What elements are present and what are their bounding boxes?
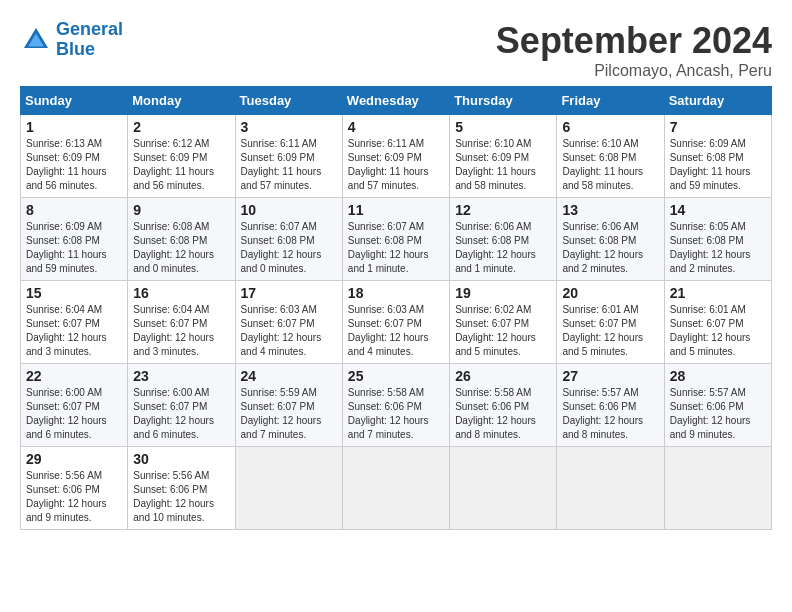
day-info: Sunrise: 6:03 AM Sunset: 6:07 PM Dayligh… bbox=[348, 303, 444, 359]
day-info: Sunrise: 6:07 AM Sunset: 6:08 PM Dayligh… bbox=[348, 220, 444, 276]
calendar-cell: 8 Sunrise: 6:09 AM Sunset: 6:08 PM Dayli… bbox=[21, 198, 128, 281]
calendar-cell: 30 Sunrise: 5:56 AM Sunset: 6:06 PM Dayl… bbox=[128, 447, 235, 530]
day-info: Sunrise: 6:02 AM Sunset: 6:07 PM Dayligh… bbox=[455, 303, 551, 359]
col-thursday: Thursday bbox=[450, 87, 557, 115]
day-info: Sunrise: 6:10 AM Sunset: 6:08 PM Dayligh… bbox=[562, 137, 658, 193]
calendar-cell: 11 Sunrise: 6:07 AM Sunset: 6:08 PM Dayl… bbox=[342, 198, 449, 281]
col-friday: Friday bbox=[557, 87, 664, 115]
calendar-cell: 23 Sunrise: 6:00 AM Sunset: 6:07 PM Dayl… bbox=[128, 364, 235, 447]
calendar-cell: 7 Sunrise: 6:09 AM Sunset: 6:08 PM Dayli… bbox=[664, 115, 771, 198]
calendar-cell bbox=[235, 447, 342, 530]
calendar-cell bbox=[557, 447, 664, 530]
day-number: 20 bbox=[562, 285, 658, 301]
day-info: Sunrise: 6:13 AM Sunset: 6:09 PM Dayligh… bbox=[26, 137, 122, 193]
day-number: 2 bbox=[133, 119, 229, 135]
calendar-cell: 10 Sunrise: 6:07 AM Sunset: 6:08 PM Dayl… bbox=[235, 198, 342, 281]
day-number: 10 bbox=[241, 202, 337, 218]
day-number: 28 bbox=[670, 368, 766, 384]
col-wednesday: Wednesday bbox=[342, 87, 449, 115]
location-subtitle: Pilcomayo, Ancash, Peru bbox=[496, 62, 772, 80]
day-number: 19 bbox=[455, 285, 551, 301]
calendar-body: 1 Sunrise: 6:13 AM Sunset: 6:09 PM Dayli… bbox=[21, 115, 772, 530]
day-info: Sunrise: 6:04 AM Sunset: 6:07 PM Dayligh… bbox=[26, 303, 122, 359]
day-number: 29 bbox=[26, 451, 122, 467]
calendar-cell: 4 Sunrise: 6:11 AM Sunset: 6:09 PM Dayli… bbox=[342, 115, 449, 198]
day-number: 23 bbox=[133, 368, 229, 384]
calendar-week-row: 29 Sunrise: 5:56 AM Sunset: 6:06 PM Dayl… bbox=[21, 447, 772, 530]
logo: General Blue bbox=[20, 20, 123, 60]
day-info: Sunrise: 5:58 AM Sunset: 6:06 PM Dayligh… bbox=[455, 386, 551, 442]
day-info: Sunrise: 6:06 AM Sunset: 6:08 PM Dayligh… bbox=[455, 220, 551, 276]
day-info: Sunrise: 6:12 AM Sunset: 6:09 PM Dayligh… bbox=[133, 137, 229, 193]
day-info: Sunrise: 6:09 AM Sunset: 6:08 PM Dayligh… bbox=[670, 137, 766, 193]
calendar-cell: 3 Sunrise: 6:11 AM Sunset: 6:09 PM Dayli… bbox=[235, 115, 342, 198]
calendar-cell: 6 Sunrise: 6:10 AM Sunset: 6:08 PM Dayli… bbox=[557, 115, 664, 198]
day-info: Sunrise: 5:56 AM Sunset: 6:06 PM Dayligh… bbox=[133, 469, 229, 525]
calendar-cell: 2 Sunrise: 6:12 AM Sunset: 6:09 PM Dayli… bbox=[128, 115, 235, 198]
day-number: 22 bbox=[26, 368, 122, 384]
day-info: Sunrise: 6:01 AM Sunset: 6:07 PM Dayligh… bbox=[670, 303, 766, 359]
day-number: 5 bbox=[455, 119, 551, 135]
logo-icon bbox=[20, 24, 52, 56]
calendar-cell: 18 Sunrise: 6:03 AM Sunset: 6:07 PM Dayl… bbox=[342, 281, 449, 364]
calendar-week-row: 15 Sunrise: 6:04 AM Sunset: 6:07 PM Dayl… bbox=[21, 281, 772, 364]
day-info: Sunrise: 5:59 AM Sunset: 6:07 PM Dayligh… bbox=[241, 386, 337, 442]
calendar-week-row: 22 Sunrise: 6:00 AM Sunset: 6:07 PM Dayl… bbox=[21, 364, 772, 447]
day-info: Sunrise: 6:05 AM Sunset: 6:08 PM Dayligh… bbox=[670, 220, 766, 276]
day-info: Sunrise: 6:00 AM Sunset: 6:07 PM Dayligh… bbox=[133, 386, 229, 442]
day-number: 27 bbox=[562, 368, 658, 384]
calendar-header: Sunday Monday Tuesday Wednesday Thursday… bbox=[21, 87, 772, 115]
calendar-cell: 9 Sunrise: 6:08 AM Sunset: 6:08 PM Dayli… bbox=[128, 198, 235, 281]
calendar-cell: 27 Sunrise: 5:57 AM Sunset: 6:06 PM Dayl… bbox=[557, 364, 664, 447]
col-tuesday: Tuesday bbox=[235, 87, 342, 115]
day-info: Sunrise: 5:57 AM Sunset: 6:06 PM Dayligh… bbox=[670, 386, 766, 442]
day-info: Sunrise: 5:56 AM Sunset: 6:06 PM Dayligh… bbox=[26, 469, 122, 525]
day-number: 21 bbox=[670, 285, 766, 301]
day-number: 6 bbox=[562, 119, 658, 135]
calendar-cell: 5 Sunrise: 6:10 AM Sunset: 6:09 PM Dayli… bbox=[450, 115, 557, 198]
day-number: 7 bbox=[670, 119, 766, 135]
day-number: 24 bbox=[241, 368, 337, 384]
day-number: 11 bbox=[348, 202, 444, 218]
calendar-cell: 15 Sunrise: 6:04 AM Sunset: 6:07 PM Dayl… bbox=[21, 281, 128, 364]
title-area: September 2024 Pilcomayo, Ancash, Peru bbox=[496, 20, 772, 80]
calendar-week-row: 8 Sunrise: 6:09 AM Sunset: 6:08 PM Dayli… bbox=[21, 198, 772, 281]
calendar-cell: 29 Sunrise: 5:56 AM Sunset: 6:06 PM Dayl… bbox=[21, 447, 128, 530]
month-title: September 2024 bbox=[496, 20, 772, 62]
calendar-cell: 14 Sunrise: 6:05 AM Sunset: 6:08 PM Dayl… bbox=[664, 198, 771, 281]
calendar-cell: 24 Sunrise: 5:59 AM Sunset: 6:07 PM Dayl… bbox=[235, 364, 342, 447]
day-info: Sunrise: 6:11 AM Sunset: 6:09 PM Dayligh… bbox=[348, 137, 444, 193]
col-sunday: Sunday bbox=[21, 87, 128, 115]
calendar-cell: 20 Sunrise: 6:01 AM Sunset: 6:07 PM Dayl… bbox=[557, 281, 664, 364]
calendar-cell: 28 Sunrise: 5:57 AM Sunset: 6:06 PM Dayl… bbox=[664, 364, 771, 447]
day-number: 25 bbox=[348, 368, 444, 384]
calendar-cell: 22 Sunrise: 6:00 AM Sunset: 6:07 PM Dayl… bbox=[21, 364, 128, 447]
calendar-cell: 26 Sunrise: 5:58 AM Sunset: 6:06 PM Dayl… bbox=[450, 364, 557, 447]
day-number: 13 bbox=[562, 202, 658, 218]
col-monday: Monday bbox=[128, 87, 235, 115]
calendar-week-row: 1 Sunrise: 6:13 AM Sunset: 6:09 PM Dayli… bbox=[21, 115, 772, 198]
calendar-cell: 21 Sunrise: 6:01 AM Sunset: 6:07 PM Dayl… bbox=[664, 281, 771, 364]
logo-text: General Blue bbox=[56, 20, 123, 60]
day-number: 12 bbox=[455, 202, 551, 218]
calendar-cell: 13 Sunrise: 6:06 AM Sunset: 6:08 PM Dayl… bbox=[557, 198, 664, 281]
day-info: Sunrise: 6:00 AM Sunset: 6:07 PM Dayligh… bbox=[26, 386, 122, 442]
calendar-cell: 1 Sunrise: 6:13 AM Sunset: 6:09 PM Dayli… bbox=[21, 115, 128, 198]
day-number: 14 bbox=[670, 202, 766, 218]
calendar-cell bbox=[342, 447, 449, 530]
day-info: Sunrise: 5:58 AM Sunset: 6:06 PM Dayligh… bbox=[348, 386, 444, 442]
day-info: Sunrise: 6:06 AM Sunset: 6:08 PM Dayligh… bbox=[562, 220, 658, 276]
day-number: 30 bbox=[133, 451, 229, 467]
day-number: 1 bbox=[26, 119, 122, 135]
day-number: 4 bbox=[348, 119, 444, 135]
calendar-cell bbox=[450, 447, 557, 530]
calendar-cell: 12 Sunrise: 6:06 AM Sunset: 6:08 PM Dayl… bbox=[450, 198, 557, 281]
day-info: Sunrise: 6:10 AM Sunset: 6:09 PM Dayligh… bbox=[455, 137, 551, 193]
day-info: Sunrise: 6:09 AM Sunset: 6:08 PM Dayligh… bbox=[26, 220, 122, 276]
col-saturday: Saturday bbox=[664, 87, 771, 115]
day-number: 26 bbox=[455, 368, 551, 384]
day-number: 16 bbox=[133, 285, 229, 301]
day-info: Sunrise: 6:11 AM Sunset: 6:09 PM Dayligh… bbox=[241, 137, 337, 193]
day-number: 18 bbox=[348, 285, 444, 301]
header-row: Sunday Monday Tuesday Wednesday Thursday… bbox=[21, 87, 772, 115]
